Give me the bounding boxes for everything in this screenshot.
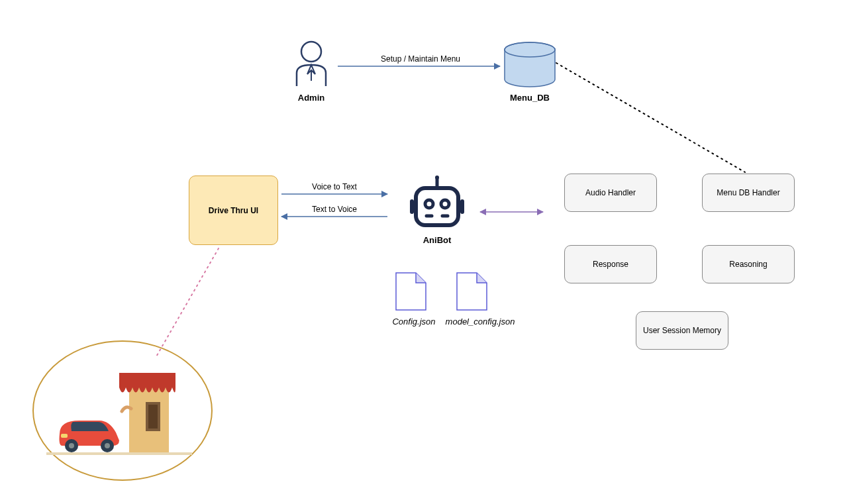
edge-drive-to-illustration — [156, 248, 219, 358]
drive-thru-label: Drive Thru UI — [209, 206, 258, 215]
audio-handler-label: Audio Handler — [585, 188, 636, 197]
voice-to-text-label: Voice to Text — [298, 182, 371, 191]
session-memory-box: User Session Memory — [636, 311, 728, 350]
svg-point-16 — [65, 439, 78, 452]
svg-rect-15 — [148, 405, 158, 428]
reasoning-box: Reasoning — [702, 245, 795, 283]
text-to-voice-label: Text to Voice — [298, 205, 371, 214]
response-box: Response — [564, 245, 657, 283]
svg-point-17 — [69, 443, 74, 448]
session-memory-label: User Session Memory — [643, 326, 721, 335]
svg-rect-20 — [61, 434, 68, 438]
drive-thru-box: Drive Thru UI — [189, 176, 278, 245]
svg-point-19 — [105, 443, 110, 448]
audio-handler-box: Audio Handler — [564, 174, 657, 212]
svg-rect-14 — [146, 402, 160, 431]
config-file-label: Config.json — [384, 317, 444, 327]
robot-icon — [412, 176, 462, 225]
svg-point-0 — [301, 42, 321, 62]
database-icon — [505, 42, 555, 87]
drive-thru-illustration — [46, 373, 192, 455]
menu-db-label: Menu_DB — [503, 93, 556, 103]
svg-point-5 — [435, 176, 439, 179]
svg-rect-6 — [416, 188, 458, 225]
illustration-frame — [33, 341, 212, 480]
admin-label: Admin — [285, 93, 338, 103]
svg-point-7 — [425, 200, 433, 208]
response-label: Response — [593, 260, 628, 269]
anibot-label: AniBot — [414, 235, 460, 245]
file-icon-config — [396, 273, 426, 310]
menu-db-handler-box: Menu DB Handler — [702, 174, 795, 212]
svg-point-3 — [505, 42, 555, 57]
model-config-file-label: model_config.json — [440, 317, 520, 327]
edge-db-to-handler — [556, 63, 745, 172]
svg-rect-13 — [129, 387, 169, 454]
svg-point-2 — [505, 42, 555, 57]
svg-rect-21 — [46, 452, 192, 455]
menu-db-handler-label: Menu DB Handler — [717, 188, 779, 197]
svg-point-8 — [441, 200, 449, 208]
svg-point-18 — [101, 439, 114, 452]
file-icon-model-config — [457, 273, 487, 310]
reasoning-label: Reasoning — [729, 260, 767, 269]
admin-icon — [297, 42, 326, 86]
setup-menu-label: Setup / Maintain Menu — [368, 54, 473, 64]
